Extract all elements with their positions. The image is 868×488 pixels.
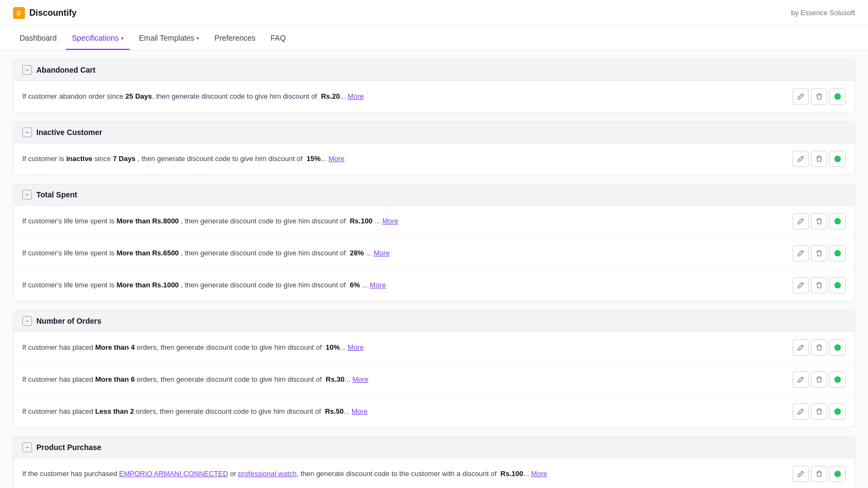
more-link[interactable]: More [348,92,364,100]
delete-icon [815,155,823,163]
status-toggle[interactable] [829,88,846,105]
delete-button[interactable] [811,403,827,420]
product-link-1[interactable]: EMPORIO ARMANI CONNECTED [119,470,228,478]
rule-bold: 10% [326,343,340,351]
nav-dashboard[interactable]: Dashboard [13,26,63,50]
app-name: Discountify [29,8,76,18]
status-toggle[interactable] [829,151,846,167]
svg-text:D: D [17,10,21,16]
edit-button[interactable] [793,371,809,388]
more-link[interactable]: More [382,217,399,225]
rule-row: If customer has placed More than 6 order… [14,364,854,396]
edit-button[interactable] [793,339,809,356]
more-link[interactable]: More [374,249,390,257]
nav-preferences-label: Preferences [214,34,255,42]
section-number-of-orders-toggle[interactable]: − [22,316,32,326]
delete-icon [815,470,823,478]
section-abandoned-cart-toggle[interactable]: − [22,65,32,75]
status-active-dot [834,93,841,100]
section-abandoned-cart-header: − Abandoned Cart [14,60,854,81]
email-templates-chevron-icon: ▾ [196,35,199,41]
main-content: − Abandoned Cart If customer abandon ord… [0,50,868,488]
rule-bold: Rs.30 [326,375,344,383]
delete-icon [815,217,823,225]
section-product-purchase-toggle[interactable]: − [22,442,32,452]
rule-bold: Rs.100 [350,217,373,225]
status-toggle[interactable] [829,466,846,482]
status-toggle[interactable] [829,277,846,293]
nav-specifications[interactable]: Specifications ▾ [66,26,130,50]
edit-button[interactable] [793,245,809,261]
delete-button[interactable] [811,277,827,293]
delete-button[interactable] [811,245,827,261]
rule-bold: Less than 2 [95,407,134,415]
rule-text: If customer has placed More than 4 order… [22,342,363,353]
section-abandoned-cart-title: Abandoned Cart [36,66,95,74]
row-actions [793,403,846,420]
nav-email-templates[interactable]: Email Templates ▾ [132,26,206,50]
app-header: D Discountify by Essence Solusoft [0,0,868,26]
status-toggle[interactable] [829,371,846,388]
rule-text: If customer's life time spent is More th… [22,216,398,227]
more-link[interactable]: More [348,343,364,351]
nav-faq[interactable]: FAQ [264,26,292,50]
rule-bold: Rs.20 [321,92,340,100]
section-abandoned-cart: − Abandoned Cart If customer abandon ord… [13,59,855,113]
section-product-purchase: − Product Purchase If the customer has p… [13,436,855,488]
nav-preferences[interactable]: Preferences [208,26,261,50]
more-link[interactable]: More [352,407,368,415]
delete-icon [815,281,823,289]
more-link[interactable]: More [531,470,547,478]
delete-button[interactable] [811,213,827,229]
rule-bold: inactive [66,155,92,163]
section-total-spent-toggle[interactable]: − [22,190,32,200]
status-toggle[interactable] [829,339,846,356]
edit-button[interactable] [793,466,809,482]
edit-icon [797,376,805,383]
edit-button[interactable] [793,403,809,420]
more-link[interactable]: More [352,375,368,383]
delete-button[interactable] [811,339,827,356]
edit-icon [797,344,805,351]
edit-button[interactable] [793,277,809,293]
rule-bold: Rs.100 [501,470,524,478]
rule-bold: 25 Days [125,92,152,100]
status-active-dot [834,156,841,162]
status-active-dot [834,344,841,351]
app-byline: by Essence Solusoft [791,9,855,17]
section-product-purchase-header: − Product Purchase [14,437,854,458]
rule-text: If customer's life time spent is More th… [22,280,386,291]
edit-button[interactable] [793,151,809,167]
edit-icon [797,155,805,163]
rule-text: If customer abandon order since 25 Days,… [22,91,363,102]
row-actions [793,277,846,293]
edit-button[interactable] [793,88,809,105]
section-total-spent-header: − Total Spent [14,184,854,206]
nav-specifications-label: Specifications [72,34,119,42]
section-inactive-customer-title: Inactive Customer [36,128,102,137]
section-inactive-customer-toggle[interactable]: − [22,127,32,137]
more-link[interactable]: More [370,281,386,289]
section-number-of-orders-title: Number of Orders [36,317,101,325]
status-toggle[interactable] [829,213,846,229]
product-link-2[interactable]: professional watch [238,470,297,478]
delete-button[interactable] [811,466,827,482]
delete-icon [815,93,823,100]
more-link[interactable]: More [328,155,344,163]
status-active-dot [834,282,841,288]
status-toggle[interactable] [829,403,846,420]
delete-button[interactable] [811,371,827,388]
status-active-dot [834,250,841,256]
delete-button[interactable] [811,151,827,167]
status-toggle[interactable] [829,245,846,261]
header-left: D Discountify [13,7,76,19]
edit-button[interactable] [793,213,809,229]
delete-icon [815,249,823,257]
rule-text: If customer has placed More than 6 order… [22,374,368,385]
section-inactive-customer-header: − Inactive Customer [14,122,854,143]
delete-button[interactable] [811,88,827,105]
rule-text: If customer is inactive since 7 Days , t… [22,153,344,164]
status-active-dot [834,408,841,415]
rule-row: If customer abandon order since 25 Days,… [14,81,854,112]
rule-bold: Rs.50 [325,407,344,415]
